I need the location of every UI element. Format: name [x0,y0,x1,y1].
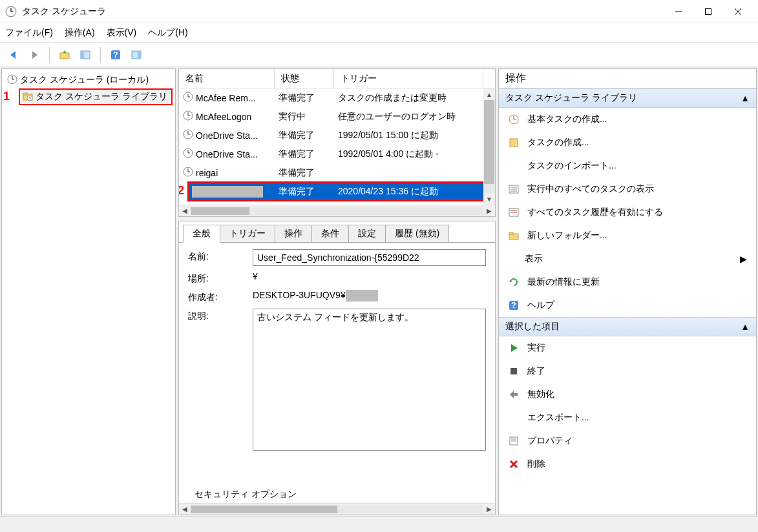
toolbar-separator [100,47,101,63]
tree-library[interactable]: タスク スケジューラ ライブラリ [19,88,173,105]
horizontal-scrollbar[interactable]: ◀ ▶ [179,503,495,515]
scroll-right-icon[interactable]: ▶ [483,504,495,515]
tab-triggers[interactable]: トリガー [220,225,275,242]
task-row[interactable]: OneDrive Sta... 準備完了 1992/05/01 15:00 に起… [179,126,495,145]
scroll-right-icon[interactable]: ▶ [483,206,495,216]
action-run[interactable]: 実行 [499,336,756,360]
action-properties[interactable]: プロパティ [499,429,756,453]
window-title: タスク スケジューラ [22,6,664,17]
task-trigger: 任意のユーザーのログオン時 [334,111,495,123]
list-icon [508,183,520,195]
tab-content-general: 名前: 場所: ¥ 作成者: DESKTOP-3UFUQV9¥ 説明: セキュリ… [179,242,495,515]
action-label: プロパティ [527,435,573,447]
scroll-left-icon[interactable]: ◀ [179,504,191,515]
label-location: 場所: [188,271,253,285]
action-help[interactable]: ?ヘルプ [499,294,756,317]
horizontal-scrollbar[interactable]: ◀ ▶ [179,205,495,216]
minimize-button[interactable] [664,2,693,21]
task-row[interactable]: OneDrive Sta... 準備完了 1992/05/01 4:00 に起動… [179,145,495,163]
main-area: タスク スケジューラ (ローカル) 1 タスク スケジューラ ライブラリ 名前 … [0,67,758,517]
play-icon [508,342,520,354]
menu-help[interactable]: ヘルプ(H) [148,27,187,39]
action-disable[interactable]: 無効化 [499,383,756,406]
actions-group-library[interactable]: タスク スケジューラ ライブラリ ▲ [499,88,756,108]
action-delete[interactable]: 削除 [499,453,756,476]
nav-forward-button[interactable] [26,46,43,63]
action-label: 削除 [527,458,545,470]
stop-icon [508,365,520,377]
input-name[interactable] [253,249,486,266]
action-label: タスクのインポート... [527,160,616,172]
task-trigger: 1992/05/01 4:00 に起動 - [334,148,495,160]
status-bar [0,517,758,532]
menubar: ファイル(F) 操作(A) 表示(V) ヘルプ(H) [0,23,758,43]
menu-action[interactable]: 操作(A) [65,27,95,39]
maximize-button[interactable] [693,2,723,21]
blank-icon [508,412,520,424]
task-name: McAfeeLogon [196,112,251,122]
group-title: 選択した項目 [505,321,560,332]
action-create-task[interactable]: タスクの作成... [499,131,756,154]
action-label: タスクの作成... [527,137,589,148]
task-row[interactable]: reigai 準備完了 [179,163,495,182]
basic-task-icon [508,114,520,125]
tab-conditions[interactable]: 条件 [311,225,349,242]
up-level-button[interactable] [56,46,73,63]
action-label: 実行 [527,342,545,354]
tab-actions[interactable]: 操作 [275,225,312,242]
action-create-basic-task[interactable]: 基本タスクの作成... [499,108,756,131]
task-name: OneDrive Sta... [196,149,258,159]
svg-marker-7 [10,51,16,59]
action-end[interactable]: 終了 [499,360,756,383]
action-label: 終了 [527,365,545,377]
tab-settings[interactable]: 設定 [348,225,386,242]
help-button[interactable]: ? [107,46,124,63]
tab-history[interactable]: 履歴 (無効) [385,225,449,242]
menu-file[interactable]: ファイル(F) [5,27,53,39]
task-state: 準備完了 [275,167,334,179]
tab-general[interactable]: 全般 [183,225,220,243]
tree-root[interactable]: タスク スケジューラ (ローカル) [5,72,173,88]
textarea-description[interactable] [253,309,486,451]
chevron-right-icon: ▶ [740,254,747,264]
task-row[interactable]: McAfeeLogon 実行中 任意のユーザーのログオン時 [179,107,495,126]
col-header-state[interactable]: 状態 [275,69,334,88]
col-header-name[interactable]: 名前 [179,69,275,88]
clock-icon [183,92,193,104]
action-label: 基本タスクの作成... [527,114,607,125]
scroll-down-icon[interactable]: ▼ [483,193,495,205]
actions-header: 操作 [499,69,756,88]
menu-view[interactable]: 表示(V) [107,27,137,39]
close-button[interactable] [723,2,753,21]
task-row[interactable]: McAfee Rem... 準備完了 タスクの作成または変更時 [179,88,495,107]
action-import-task[interactable]: タスクのインポート... [499,154,756,178]
action-export[interactable]: エクスポート... [499,406,756,429]
svg-marker-10 [63,50,67,53]
security-options-label: セキュリティ オプション [188,489,486,500]
action-label: エクスポート... [527,412,589,424]
action-enable-history[interactable]: すべてのタスク履歴を有効にする [499,201,756,224]
action-show-running[interactable]: 実行中のすべてのタスクの表示 [499,178,756,201]
action-label: ヘルプ [527,300,554,311]
action-refresh[interactable]: 最新の情報に更新 [499,271,756,294]
svg-text:?: ? [511,301,516,310]
vertical-scrollbar[interactable]: ▲ ▼ [483,88,495,205]
actions-group-selected[interactable]: 選択した項目 ▲ [499,317,756,336]
tab-bar: 全般 トリガー 操作 条件 設定 履歴 (無効) [179,221,495,242]
action-label: 新しいフォルダー... [527,230,607,241]
action-new-folder[interactable]: 新しいフォルダー... [499,224,756,247]
show-hide-actions-button[interactable] [128,46,145,63]
col-header-trigger[interactable]: トリガー [334,69,483,88]
action-view-submenu[interactable]: 表示▶ [499,247,756,271]
scroll-up-icon[interactable]: ▲ [483,88,495,100]
show-hide-tree-button[interactable] [77,46,94,63]
svg-rect-43 [510,139,518,147]
scroll-left-icon[interactable]: ◀ [179,206,191,216]
svg-rect-59 [514,393,518,396]
delete-icon [508,458,520,470]
nav-back-button[interactable] [5,46,22,63]
task-row-selected[interactable]: 準備完了 2020/04/23 15:36 に起動 [188,182,495,201]
clock-icon [183,167,193,179]
label-description: 説明: [188,309,253,322]
properties-icon [508,435,520,447]
